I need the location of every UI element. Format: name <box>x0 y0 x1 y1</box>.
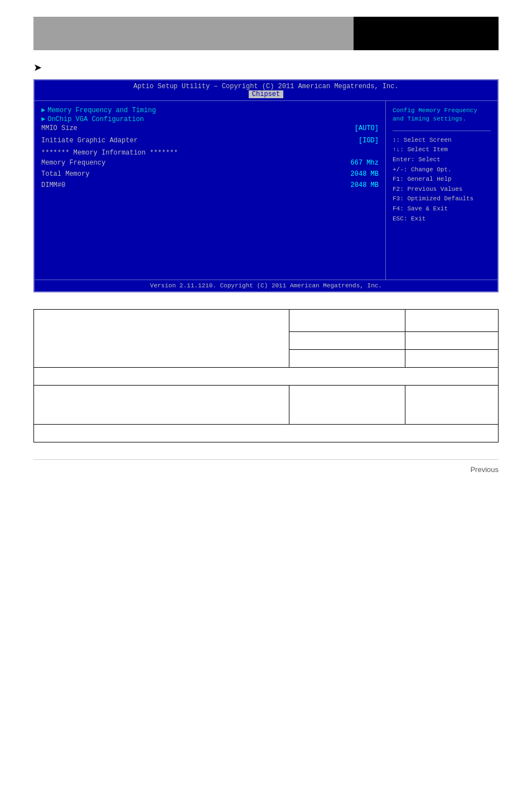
bios-title-bar: Aptio Setup Utility – Copyright (C) 2011… <box>35 80 497 101</box>
field-value-dimm0: 2048 MB <box>351 181 379 189</box>
table-cell-col2-r3 <box>289 350 405 368</box>
bios-active-tab: Chipset <box>249 90 283 98</box>
table-cell-col3-r5 <box>405 386 499 425</box>
key-hint-f4: F4: Save & Exit <box>393 204 491 214</box>
header-bar <box>33 17 499 50</box>
arrow-icon: ➤ <box>33 62 42 73</box>
bios-right-divider <box>393 131 491 131</box>
table-cell-col2-r1 <box>289 310 405 332</box>
field-value-mem-freq: 667 Mhz <box>351 159 379 167</box>
table-cell-col3-r2 <box>405 332 499 350</box>
arrow-area: ➤ <box>33 61 499 74</box>
bios-left-panel: ► Memory Frequency and Timing ► OnChip V… <box>35 101 386 280</box>
header-right <box>354 17 499 50</box>
bios-right-panel: Config Memory Frequency and Timing setti… <box>386 101 497 280</box>
field-row-mmio: MMIO Size [AUTO] <box>41 124 379 132</box>
field-label-total-mem: Total Memory <box>41 170 89 178</box>
previous-button[interactable]: Previous <box>470 465 499 474</box>
table-cell-col1-r1 <box>34 310 289 368</box>
table-cell-col3-r1 <box>405 310 499 332</box>
bios-footer: Version 2.11.1210. Copyright (C) 2011 Am… <box>35 280 497 291</box>
table-row-full <box>34 425 499 442</box>
table-cell-full-r6 <box>34 425 499 442</box>
field-label-dimm0: DIMM#0 <box>41 181 65 189</box>
menu-label-memory: Memory Frequency and Timing <box>47 107 156 114</box>
bottom-nav: Previous <box>33 459 499 474</box>
table-row-full <box>34 368 499 386</box>
table-row <box>34 310 499 332</box>
content-table <box>33 309 499 442</box>
key-hint-f3: F3: Optimized Defaults <box>393 194 491 204</box>
table-cell-col3-r3 <box>405 350 499 368</box>
bios-menu-item-vga[interactable]: ► OnChip VGA Configuration <box>41 115 379 123</box>
field-label-mmio: MMIO Size <box>41 124 78 132</box>
field-row-dimm0: DIMM#0 2048 MB <box>41 181 379 189</box>
key-hint-f2: F2: Previous Values <box>393 185 491 195</box>
memory-section-label: ******* Memory Information ******* <box>41 149 379 157</box>
key-hint-screen: ↕: Select Screen <box>393 136 491 146</box>
bios-key-hints: ↕: Select Screen ↑↓: Select Item Enter: … <box>393 136 491 224</box>
bios-body: ► Memory Frequency and Timing ► OnChip V… <box>35 101 497 280</box>
field-value-graphic: [IGD] <box>359 137 379 145</box>
menu-label-vga: OnChip VGA Configuration <box>47 115 144 123</box>
field-row-mem-freq: Memory Frequency 667 Mhz <box>41 159 379 167</box>
table-cell-col2-r2 <box>289 332 405 350</box>
key-hint-change: +/-: Change Opt. <box>393 165 491 175</box>
field-value-total-mem: 2048 MB <box>351 170 379 178</box>
bios-menu-item-memory[interactable]: ► Memory Frequency and Timing <box>41 107 379 114</box>
key-hint-esc: ESC: Exit <box>393 214 491 224</box>
table-cell-col2-r5 <box>289 386 405 425</box>
table-section <box>33 309 499 442</box>
field-label-mem-freq: Memory Frequency <box>41 159 105 167</box>
field-row-total-mem: Total Memory 2048 MB <box>41 170 379 178</box>
field-label-graphic: Initiate Graphic Adapter <box>41 137 138 145</box>
menu-arrow-vga: ► <box>41 115 45 123</box>
bios-screen: Aptio Setup Utility – Copyright (C) 2011… <box>33 79 499 292</box>
header-left <box>33 17 354 50</box>
field-value-mmio: [AUTO] <box>355 124 379 132</box>
table-row <box>34 386 499 425</box>
key-hint-enter: Enter: Select <box>393 155 491 165</box>
bios-help-text: Config Memory Frequency and Timing setti… <box>393 107 491 124</box>
field-row-graphic: Initiate Graphic Adapter [IGD] <box>41 137 379 145</box>
key-hint-f1: F1: General Help <box>393 175 491 185</box>
table-cell-col1-r5 <box>34 386 289 425</box>
menu-arrow-memory: ► <box>41 107 45 114</box>
table-cell-full-r4 <box>34 368 499 386</box>
bios-title: Aptio Setup Utility – Copyright (C) 2011… <box>133 83 398 90</box>
key-hint-item: ↑↓: Select Item <box>393 145 491 155</box>
